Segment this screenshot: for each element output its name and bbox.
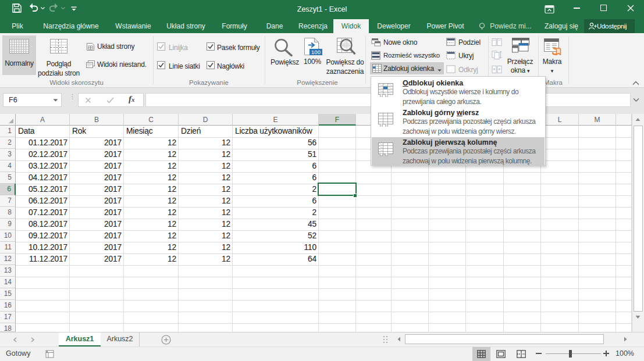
svg-text:100: 100 [311, 49, 321, 55]
